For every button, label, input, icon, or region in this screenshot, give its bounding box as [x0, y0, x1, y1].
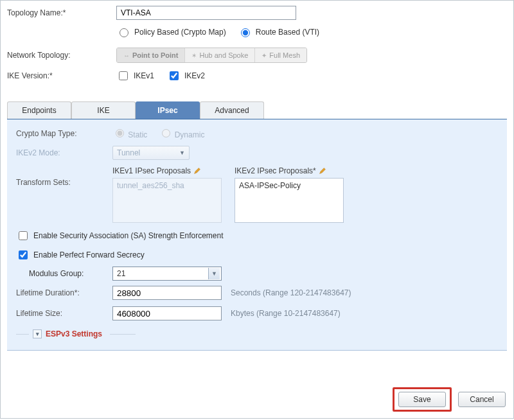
dialog: Topology Name:* Policy Based (Crypto Map… [0, 0, 514, 419]
chevron-down-icon: ▼ [208, 268, 220, 279]
ikev2-proposals-label: IKEv2 IPsec Proposals* [235, 166, 316, 175]
modulus-label: Modulus Group: [29, 269, 112, 278]
crypto-static-radio [116, 129, 124, 137]
lifetime-duration-input[interactable] [112, 286, 222, 300]
pfs-row[interactable]: Enable Perfect Forward Secrecy [16, 249, 498, 261]
transform-sets-cols: IKEv1 IPsec Proposals tunnel_aes256_sha … [112, 166, 344, 223]
save-highlight: Save [393, 387, 452, 412]
disclosure-triangle-icon[interactable]: ▾ [33, 329, 42, 338]
lifetime-duration-row: Lifetime Duration*: Seconds (Range 120-2… [16, 286, 498, 300]
pencil-icon[interactable] [319, 167, 326, 175]
crypto-dynamic-option: Dynamic [159, 127, 204, 139]
full-icon: ✦ [261, 52, 267, 59]
espv3-label: ESPv3 Settings [46, 329, 102, 338]
lifetime-size-label: Lifetime Size: [16, 309, 112, 318]
ikev2-mode-label: IKEv2 Mode: [16, 148, 112, 157]
ikev2-proposals-list[interactable]: ASA-IPSec-Policy [235, 178, 344, 223]
tab-row: Endpoints IKE IPsec Advanced [7, 101, 507, 119]
crypto-static-option: Static [112, 127, 147, 139]
modulus-value: 21 [117, 269, 125, 278]
ikev2-mode-select: Tunnel ▼ [112, 146, 190, 160]
tab-endpoints[interactable]: Endpoints [7, 101, 71, 119]
policy-type-row: Policy Based (Crypto Map) Route Based (V… [116, 26, 507, 37]
route-based-radio[interactable] [241, 28, 250, 37]
ikev1-proposals-header: IKEv1 IPsec Proposals [112, 166, 222, 175]
topology-segmented: ↔ Point to Point ✶ Hub and Spoke ✦ Full … [116, 48, 307, 63]
topology-ptp-button[interactable]: ↔ Point to Point [117, 48, 185, 62]
crypto-map-label: Crypto Map Type: [16, 129, 112, 138]
network-topology-row: Network Topology: ↔ Point to Point ✶ Hub… [7, 48, 507, 63]
modulus-row: Modulus Group: 21 ▼ [29, 267, 498, 281]
topology-full-button[interactable]: ✦ Full Mesh [255, 48, 306, 62]
footer-buttons: Save Cancel [393, 387, 506, 412]
policy-based-radio[interactable] [120, 28, 128, 37]
lifetime-duration-label: Lifetime Duration*: [16, 288, 112, 297]
crypto-map-row: Crypto Map Type: Static Dynamic [16, 127, 498, 139]
ike-version-label: IKE Version:* [7, 71, 116, 80]
espv3-section[interactable]: ▾ ESPv3 Settings [16, 329, 498, 338]
crypto-static-label: Static [128, 130, 147, 139]
policy-based-label: Policy Based (Crypto Map) [134, 28, 226, 37]
lifetime-size-input[interactable] [112, 306, 222, 320]
save-button[interactable]: Save [398, 392, 446, 407]
tab-ipsec[interactable]: IPsec [136, 101, 200, 119]
chevron-down-icon: ▼ [179, 150, 185, 156]
crypto-dynamic-radio [162, 129, 170, 137]
route-based-label: Route Based (VTI) [256, 28, 319, 37]
ikev2-mode-row: IKEv2 Mode: Tunnel ▼ [16, 146, 498, 160]
tab-advanced[interactable]: Advanced [200, 101, 264, 119]
transform-sets-row: Transform Sets: IKEv1 IPsec Proposals tu… [16, 166, 498, 223]
rule-line [110, 334, 136, 335]
tab-ike[interactable]: IKE [71, 101, 136, 119]
topology-name-label: Topology Name:* [7, 8, 116, 17]
sa-enforce-row[interactable]: Enable Security Association (SA) Strengt… [16, 229, 498, 242]
full-label: Full Mesh [269, 51, 300, 59]
transform-sets-label: Transform Sets: [16, 166, 112, 187]
cancel-button[interactable]: Cancel [458, 392, 506, 407]
sa-enforce-checkbox[interactable] [19, 231, 28, 240]
sa-enforce-label: Enable Security Association (SA) Strengt… [33, 231, 223, 240]
ptp-icon: ↔ [123, 52, 130, 59]
ike-version-row: IKE Version:* IKEv1 IKEv2 [7, 69, 507, 82]
hub-icon: ✶ [191, 52, 197, 59]
ikev1-proposals-col: IKEv1 IPsec Proposals tunnel_aes256_sha [112, 166, 222, 223]
route-based-option[interactable]: Route Based (VTI) [238, 26, 319, 37]
ikev2-option[interactable]: IKEv2 [167, 69, 205, 82]
ikev2-proposals-header: IKEv2 IPsec Proposals* [235, 166, 344, 175]
pfs-label: Enable Perfect Forward Secrecy [33, 250, 145, 259]
lifetime-size-row: Lifetime Size: Kbytes (Range 10-21474836… [16, 306, 498, 320]
ikev1-checkbox[interactable] [119, 71, 128, 80]
ikev1-label: IKEv1 [134, 71, 154, 80]
policy-based-option[interactable]: Policy Based (Crypto Map) [116, 26, 226, 37]
topology-hub-button[interactable]: ✶ Hub and Spoke [185, 48, 255, 62]
ikev1-proposals-label: IKEv1 IPsec Proposals [112, 166, 191, 175]
ikev2-proposals-value: ASA-IPSec-Policy [239, 181, 339, 190]
modulus-select[interactable]: 21 ▼ [112, 267, 222, 281]
ikev1-proposals-value: tunnel_aes256_sha [117, 181, 217, 190]
topology-name-row: Topology Name:* [7, 6, 507, 20]
ikev2-checkbox[interactable] [170, 71, 179, 80]
lifetime-size-hint: Kbytes (Range 10-2147483647) [231, 309, 341, 318]
pencil-icon[interactable] [193, 167, 201, 175]
network-topology-label: Network Topology: [7, 51, 116, 60]
ike-version-checks: IKEv1 IKEv2 [116, 69, 205, 82]
crypto-map-options: Static Dynamic [112, 127, 204, 139]
rule-line [16, 334, 29, 335]
crypto-dynamic-label: Dynamic [175, 130, 205, 139]
pfs-checkbox[interactable] [19, 250, 28, 259]
topology-name-input[interactable] [116, 6, 296, 20]
ipsec-panel: Crypto Map Type: Static Dynamic IKEv2 Mo… [7, 119, 507, 351]
lifetime-duration-hint: Seconds (Range 120-2147483647) [231, 288, 351, 297]
ikev2-label: IKEv2 [184, 71, 205, 80]
hub-label: Hub and Spoke [199, 51, 248, 59]
ikev2-mode-value: Tunnel [117, 148, 140, 157]
ptp-label: Point to Point [132, 51, 178, 59]
ikev1-option[interactable]: IKEv1 [116, 69, 154, 82]
ikev1-proposals-list: tunnel_aes256_sha [112, 178, 222, 223]
ikev2-proposals-col: IKEv2 IPsec Proposals* ASA-IPSec-Policy [235, 166, 344, 223]
